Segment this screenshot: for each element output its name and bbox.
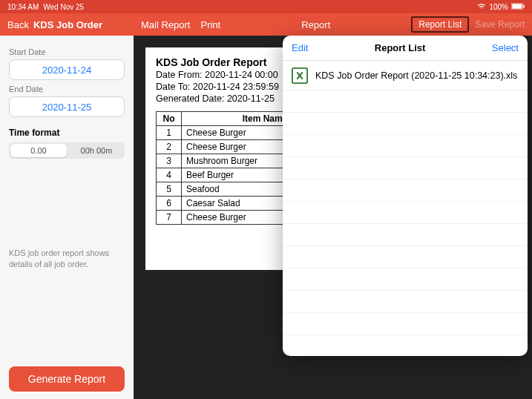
empty-list-row [283, 246, 528, 268]
empty-list-row [283, 157, 528, 179]
wifi-icon [477, 2, 486, 11]
start-date-picker[interactable]: 2020-11-24 [9, 59, 125, 80]
status-bar: 10:34 AM Wed Nov 25 100% [0, 0, 532, 13]
report-list-button[interactable]: Report List [411, 16, 469, 33]
popover-list[interactable]: KDS Job Order Report (2020-11-25 10:34:2… [283, 61, 528, 356]
col-no: No [157, 112, 182, 126]
popover-title: Report List [375, 42, 426, 53]
generate-report-button[interactable]: Generate Report [9, 366, 125, 392]
app-header: Back KDS Job Order Mail Report Print Rep… [0, 13, 532, 36]
svg-rect-1 [512, 4, 522, 9]
time-format-segmented[interactable]: 0.00 00h 00m [9, 142, 125, 159]
time-format-decimal[interactable]: 0.00 [10, 144, 67, 157]
empty-list-row [283, 224, 528, 246]
end-date-label: End Date [9, 85, 125, 93]
row-no: 7 [157, 211, 182, 225]
row-no: 1 [157, 126, 182, 140]
row-no: 3 [157, 154, 182, 168]
back-button[interactable]: Back [7, 19, 29, 30]
row-no: 4 [157, 168, 182, 182]
sidebar-help-text: KDS job order report shows details of al… [9, 248, 125, 270]
svg-rect-2 [523, 4, 525, 7]
excel-file-icon [292, 67, 308, 84]
popover-select-button[interactable]: Select [492, 42, 519, 53]
empty-list-row [283, 90, 528, 113]
header-center-title: Report [220, 19, 411, 30]
sidebar: Start Date 2020-11-24 End Date 2020-11-2… [0, 36, 134, 399]
row-no: 6 [157, 197, 182, 211]
popover-edit-button[interactable]: Edit [292, 42, 308, 53]
report-file-row[interactable]: KDS Job Order Report (2020-11-25 10:34:2… [283, 61, 528, 90]
time-format-label: Time format [9, 128, 125, 138]
empty-list-row [283, 179, 528, 202]
mail-report-button[interactable]: Mail Report [141, 19, 190, 30]
end-date-picker[interactable]: 2020-11-25 [9, 96, 125, 117]
status-time: 10:34 AM [7, 3, 39, 11]
print-button[interactable]: Print [200, 19, 220, 30]
empty-list-row [283, 313, 528, 335]
screen-title: KDS Job Order [33, 19, 102, 30]
time-format-hm[interactable]: 00h 00m [68, 142, 125, 159]
empty-list-row [283, 291, 528, 313]
empty-list-row [283, 135, 528, 157]
report-file-name: KDS Job Order Report (2020-11-25 10:34:2… [315, 70, 517, 81]
content-area: KDS Job Order Report Date From: 2020-11-… [134, 36, 532, 399]
save-report-button[interactable]: Save Report [475, 19, 525, 30]
row-no: 5 [157, 182, 182, 197]
empty-list-row [283, 268, 528, 291]
row-no: 2 [157, 140, 182, 154]
status-date: Wed Nov 25 [43, 3, 84, 11]
status-battery: 100% [489, 3, 508, 11]
start-date-label: Start Date [9, 47, 125, 56]
empty-list-row [283, 202, 528, 224]
report-list-popover: Edit Report List Select KDS Job Order Re… [283, 36, 528, 356]
battery-icon [511, 3, 525, 11]
empty-list-row [283, 113, 528, 135]
